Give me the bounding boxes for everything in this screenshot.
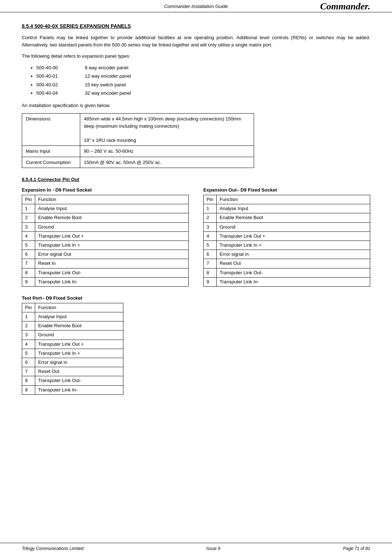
table-row: 4Transputer Link Out + [204, 231, 370, 241]
pin-number: 7 [22, 259, 35, 268]
pin-function: Enable Remote Boot [35, 321, 123, 331]
expansion-in-col: Expansion In - D9 Fixed Socket Pin Funct… [22, 187, 189, 287]
bullet-desc: 32 way encoder panel [85, 90, 131, 96]
pin-function: Analyse Input [35, 312, 123, 321]
table-row: 7Reset In [22, 259, 189, 268]
table-row: 2Enable Remote Boot [204, 213, 370, 222]
pin-number: 3 [22, 331, 35, 340]
subsection-heading: 8.5.4.1 Connector Pin Out [22, 177, 370, 182]
pin-number: 1 [22, 204, 35, 213]
connector-columns: Expansion In - D9 Fixed Socket Pin Funct… [22, 187, 370, 287]
pin-number: 9 [204, 277, 217, 286]
pin-number: 4 [22, 340, 35, 349]
table-row: 9Transputer Link In- [204, 277, 370, 286]
pin-number: 7 [22, 367, 35, 376]
test-port-title: Test Port– D9 Fixed Socket [22, 295, 370, 301]
pin-number: 4 [22, 231, 35, 241]
bullet-list: 500-40-00 8 way encoder panel 500-40-01 … [36, 64, 370, 97]
expansion-in-title: Expansion In - D9 Fixed Socket [22, 187, 189, 193]
spec-label: Mains Input [22, 146, 80, 157]
pin-function: Enable Remote Boot [217, 213, 370, 222]
header-logo: Commander. [320, 1, 370, 12]
table-row: Dimensions 485mm wide x 44.5mm high x 10… [22, 114, 254, 146]
pin-function: Reset In [35, 259, 189, 268]
pin-function: Error signal in [217, 250, 370, 259]
table-row: 1Analyse Input [22, 312, 123, 321]
pin-number: 2 [204, 213, 217, 222]
pin-function: Transputer Link In- [35, 277, 189, 286]
footer-right: Page 71 of 81 [343, 546, 370, 551]
table-header-row: Pin Function [204, 195, 370, 204]
pin-number: 5 [22, 349, 35, 358]
pin-number: 8 [22, 268, 35, 277]
pin-number: 3 [204, 222, 217, 231]
expansion-out-title: Expansion Out– D9 Fixed Socket [203, 187, 370, 193]
pin-number: 7 [204, 259, 217, 268]
pin-number: 8 [204, 268, 217, 277]
pin-number: 2 [22, 213, 35, 222]
test-port-table: Pin Function 1Analyse Input2Enable Remot… [22, 303, 123, 395]
col-pin: Pin [204, 195, 217, 204]
table-row: 1Analyse Input [22, 204, 189, 213]
pin-function: Transputer Link In- [35, 385, 123, 394]
pin-function: Analyse Input [35, 204, 189, 213]
detail-intro: The following detail refers to expansion… [22, 53, 370, 60]
pin-number: 1 [204, 204, 217, 213]
col-function: Function [217, 195, 370, 204]
table-row: 6Error signal in [204, 250, 370, 259]
pin-number: 6 [204, 250, 217, 259]
pin-function: Transputer Link In- [217, 277, 370, 286]
pin-number: 8 [22, 376, 35, 385]
pin-function: Ground [217, 222, 370, 231]
pin-number: 3 [22, 222, 35, 231]
col-pin: Pin [22, 303, 35, 312]
list-item: 500-40-04 32 way encoder panel [36, 90, 370, 97]
pin-number: 5 [22, 241, 35, 250]
list-item: 500-40-02 15 key switch panel [36, 81, 370, 89]
table-row: 3Ground [22, 222, 189, 231]
pin-number: 6 [22, 358, 35, 367]
table-row: 6Error signal Out [22, 250, 189, 259]
spec-value: 90 – 260 V ac, 50-60Hz [80, 146, 254, 157]
table-row: 8Transputer Link Out- [22, 376, 123, 385]
table-row: 5Transputer Link In + [22, 241, 189, 250]
footer-left: Trilogy Communications Limited [22, 546, 83, 551]
table-row: 8Transputer Link Out- [204, 268, 370, 277]
table-row: 2Enable Remote Boot [22, 213, 189, 222]
pin-function: Transputer Link Out + [35, 340, 123, 349]
spec-value: 485mm wide x 44.5mm high x 100mm deep (e… [80, 114, 254, 146]
table-row: 8Transputer Link Out- [22, 268, 189, 277]
pin-function: Ground [35, 222, 189, 231]
bullet-desc: 8 way encoder panel [85, 65, 128, 70]
section-heading: 8.5.4 500-40-0X SERIES EXPANSION PANELS [22, 23, 370, 29]
page-header: Commander Installation Guide Commander. [0, 0, 392, 12]
bullet-code: 500-40-04 [36, 90, 83, 97]
table-row: 7Reset Out [204, 259, 370, 268]
pin-function: Transputer Link In + [217, 241, 370, 250]
bullet-desc: 15 key switch panel [85, 82, 126, 87]
table-row: 4Transputer Link Out + [22, 231, 189, 241]
col-function: Function [35, 195, 189, 204]
pin-function: Transputer Link Out + [217, 231, 370, 241]
pin-function: Transputer Link Out- [35, 376, 123, 385]
pin-function: Reset Out [35, 367, 123, 376]
table-row: 3Ground [22, 331, 123, 340]
pin-function: Transputer Link Out- [217, 268, 370, 277]
pin-function: Error signal in [35, 358, 123, 367]
page-footer: Trilogy Communications Limited Issue 9 P… [0, 543, 392, 554]
list-item: 500-40-01 12 way encoder panel [36, 73, 370, 80]
table-row: 9Transputer Link In- [22, 385, 123, 394]
bullet-code: 500-40-02 [36, 81, 83, 89]
pin-function: Transputer Link In + [35, 349, 123, 358]
expansion-in-table: Pin Function 1Analyse Input2Enable Remot… [22, 195, 189, 287]
table-row: 2Enable Remote Boot [22, 321, 123, 331]
table-row: 9Transputer Link In- [22, 277, 189, 286]
pin-number: 4 [204, 231, 217, 241]
expansion-out-table: Pin Function 1Analyse Input2Enable Remot… [203, 195, 370, 287]
table-row: 5Transputer Link In + [204, 241, 370, 250]
col-function: Function [35, 303, 123, 312]
table-row: 1Analyse Input [204, 204, 370, 213]
pin-function: Enable Remote Boot [35, 213, 189, 222]
col-pin: Pin [22, 195, 35, 204]
pin-number: 9 [22, 277, 35, 286]
